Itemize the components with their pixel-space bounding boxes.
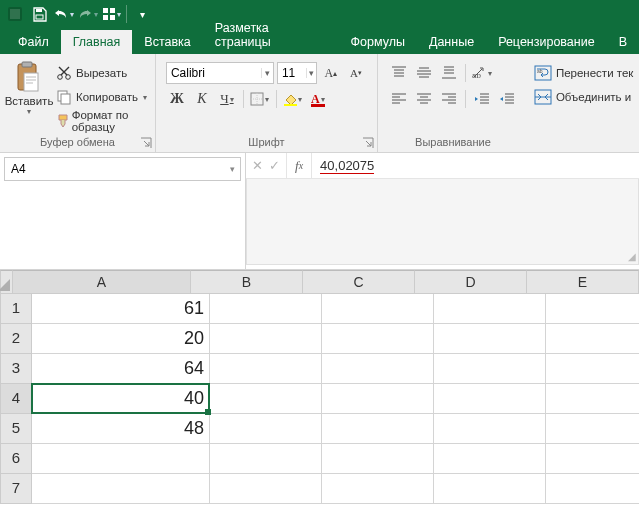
cell-A6[interactable] [32,444,210,474]
row-header-1[interactable]: 1 [0,294,32,324]
cell-B5[interactable] [210,414,322,444]
excel-icon[interactable] [3,2,27,26]
cancel-formula-icon[interactable]: ✕ [252,158,263,173]
decrease-font-button[interactable]: A▾ [345,62,367,84]
increase-font-button[interactable]: A▴ [320,62,342,84]
qat-more-icon[interactable]: ▾ [130,2,154,26]
font-size-combo[interactable]: ▾ [277,62,317,84]
underline-button[interactable]: Ч▾ [216,88,238,110]
resize-grip-icon[interactable]: ◢ [628,251,636,262]
col-header-E[interactable]: E [527,270,639,294]
chevron-down-icon[interactable]: ▾ [306,68,316,78]
cell-B6[interactable] [210,444,322,474]
bold-button[interactable]: Ж [166,88,188,110]
formula-expand-area[interactable]: ◢ [246,179,639,265]
row-header-6[interactable]: 6 [0,444,32,474]
cell-A4[interactable]: 40 [32,384,210,414]
cell-D2[interactable] [434,324,546,354]
cell-A1[interactable]: 61 [32,294,210,324]
cell-B3[interactable] [210,354,322,384]
merge-button[interactable]: Объединить и [534,86,633,108]
cell-E1[interactable] [546,294,639,324]
tab-layout[interactable]: Разметка страницы [203,16,339,54]
cell-D3[interactable] [434,354,546,384]
cell-D1[interactable] [434,294,546,324]
cell-E5[interactable] [546,414,639,444]
tab-home[interactable]: Главная [61,30,133,54]
align-top-button[interactable] [388,62,410,84]
cell-A3[interactable]: 64 [32,354,210,384]
tab-file[interactable]: Файл [6,30,61,54]
align-left-button[interactable] [388,88,410,110]
cell-B7[interactable] [210,474,322,504]
font-dialog-launcher[interactable] [362,137,374,149]
copy-button[interactable]: Копировать ▾ [56,86,147,108]
enter-formula-icon[interactable]: ✓ [269,158,280,173]
cell-A7[interactable] [32,474,210,504]
decrease-indent-button[interactable] [471,88,493,110]
tab-view[interactable]: В [607,30,639,54]
cell-E6[interactable] [546,444,639,474]
redo-icon[interactable]: ▾ [75,2,99,26]
cell-E3[interactable] [546,354,639,384]
orientation-button[interactable]: ab▾ [471,62,493,84]
tab-review[interactable]: Рецензирование [486,30,607,54]
font-size-input[interactable] [278,66,306,80]
fx-icon[interactable]: fx [287,153,312,178]
cell-D7[interactable] [434,474,546,504]
cell-D6[interactable] [434,444,546,474]
cell-E7[interactable] [546,474,639,504]
name-box[interactable] [5,162,224,176]
cell-C1[interactable] [322,294,434,324]
cell-D5[interactable] [434,414,546,444]
row-header-4[interactable]: 4 [0,384,32,414]
cell-E2[interactable] [546,324,639,354]
font-name-input[interactable] [167,66,261,80]
col-header-C[interactable]: C [303,270,415,294]
col-header-B[interactable]: B [191,270,303,294]
align-center-button[interactable] [413,88,435,110]
chevron-down-icon[interactable]: ▾ [261,68,273,78]
tab-data[interactable]: Данные [417,30,486,54]
row-header-2[interactable]: 2 [0,324,32,354]
tab-insert[interactable]: Вставка [132,30,202,54]
cell-B1[interactable] [210,294,322,324]
font-name-combo[interactable]: ▾ [166,62,274,84]
formula-input[interactable]: 40,02075 [312,153,639,178]
tab-formulas[interactable]: Формулы [339,30,417,54]
align-middle-button[interactable] [413,62,435,84]
cell-C5[interactable] [322,414,434,444]
cell-C6[interactable] [322,444,434,474]
save-icon[interactable] [27,2,51,26]
undo-icon[interactable]: ▾ [51,2,75,26]
row-header-3[interactable]: 3 [0,354,32,384]
col-header-A[interactable]: A [13,270,191,294]
select-all-corner[interactable] [0,270,13,294]
cell-C4[interactable] [322,384,434,414]
italic-button[interactable]: К [191,88,213,110]
font-color-button[interactable]: A▾ [307,88,329,110]
format-painter-button[interactable]: Формат по образцу [56,110,147,132]
cell-C7[interactable] [322,474,434,504]
cell-E4[interactable] [546,384,639,414]
clipboard-dialog-launcher[interactable] [140,137,152,149]
wrap-text-button[interactable]: ab Перенести тек [534,62,633,84]
chevron-down-icon[interactable]: ▾ [224,164,240,174]
cell-C2[interactable] [322,324,434,354]
cell-B2[interactable] [210,324,322,354]
cell-A5[interactable]: 48 [32,414,210,444]
increase-indent-button[interactable] [496,88,518,110]
align-right-button[interactable] [438,88,460,110]
cell-A2[interactable]: 20 [32,324,210,354]
row-header-5[interactable]: 5 [0,414,32,444]
row-header-7[interactable]: 7 [0,474,32,504]
cell-C3[interactable] [322,354,434,384]
borders-button[interactable]: ▾ [249,88,271,110]
cell-D4[interactable] [434,384,546,414]
align-bottom-button[interactable] [438,62,460,84]
cut-button[interactable]: Вырезать [56,62,147,84]
qat-customize-icon[interactable]: ▾ [99,2,123,26]
fill-color-button[interactable]: ▾ [282,88,304,110]
paste-button[interactable]: Вставить ▾ [6,58,52,136]
cell-B4[interactable] [210,384,322,414]
